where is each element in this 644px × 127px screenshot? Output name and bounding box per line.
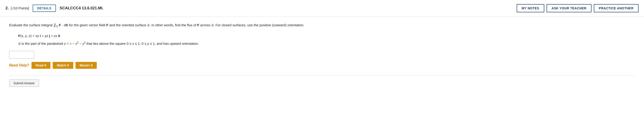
section-divider (9, 75, 635, 76)
page-wrapper: 2. [-/10 Points] DETAILS SCALCCC4 13.6.0… (0, 0, 644, 127)
watch-it-button[interactable]: Watch It (53, 62, 73, 69)
header-row: 2. [-/10 Points] DETAILS SCALCCC4 13.6.0… (0, 0, 644, 17)
points-label: [-/10 Points] (11, 6, 29, 10)
practice-another-button[interactable]: PRACTICE ANOTHER (594, 4, 638, 12)
need-help-row: Need Help? Read It Watch It Master It (9, 62, 635, 69)
read-it-button[interactable]: Read It (32, 62, 50, 69)
my-notes-button[interactable]: MY NOTES (517, 4, 544, 12)
problem-code: SCALCCC4 13.6.021.MI. (60, 6, 513, 10)
submit-answer-button[interactable]: Submit Answer (9, 80, 39, 87)
master-it-button[interactable]: Master It (76, 62, 97, 69)
q-number: 2. (6, 6, 9, 10)
math-block: F(x, y, z) = xy i + yz j + zx k S is the… (18, 33, 635, 47)
header-actions: MY NOTES ASK YOUR TEACHER PRACTICE ANOTH… (517, 4, 638, 12)
surface-definition: S is the part of the paraboloid z = 4 − … (18, 40, 635, 47)
ask-teacher-button[interactable]: ASK YOUR TEACHER (546, 4, 592, 12)
submit-row: Submit Answer (9, 80, 635, 87)
problem-statement: Evaluate the surface integral ∬S F · dS … (9, 22, 635, 28)
need-help-label: Need Help? (9, 63, 29, 68)
details-button[interactable]: DETAILS (33, 4, 56, 12)
colored-number: 4 (70, 42, 72, 46)
answer-input[interactable] (9, 51, 34, 59)
content-area: Evaluate the surface integral ∬S F · dS … (0, 17, 644, 94)
function-definition: F(x, y, z) = xy i + yz j + zx k (18, 33, 635, 39)
question-number: 2. [-/10 Points] (6, 6, 29, 10)
